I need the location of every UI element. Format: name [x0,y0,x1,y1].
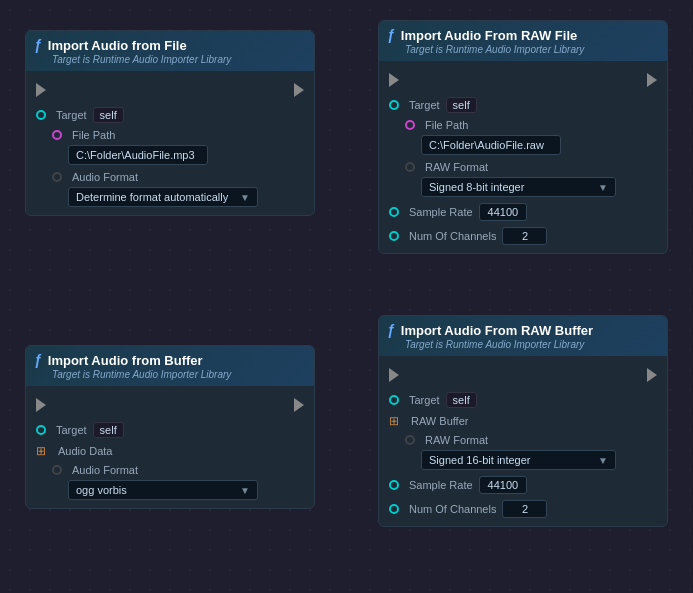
exec-row [389,364,657,386]
audio-format-select[interactable]: ogg vorbis ▼ [68,480,258,500]
target-connector[interactable] [389,395,399,405]
file-path-connector[interactable] [405,120,415,130]
target-label: Target [409,394,440,406]
sample-rate-value[interactable]: 44100 [479,203,528,221]
import-audio-buffer-node: ƒ Import Audio from Buffer Target is Run… [25,345,315,509]
function-icon: ƒ [34,352,42,368]
node-header: ƒ Import Audio From RAW Buffer Target is… [379,316,667,356]
target-connector[interactable] [36,425,46,435]
file-path-group: File Path C:\Folder\AudioFile.raw [405,119,657,155]
node-header: ƒ Import Audio from File Target is Runti… [26,31,314,71]
file-path-input[interactable]: C:\Folder\AudioFile.mp3 [68,145,208,165]
target-value: self [446,392,477,408]
target-row: Target self [389,392,657,408]
import-audio-file-node: ƒ Import Audio from File Target is Runti… [25,30,315,216]
target-label: Target [56,109,87,121]
file-path-connector[interactable] [52,130,62,140]
num-channels-connector[interactable] [389,231,399,241]
audio-format-label: Audio Format [72,171,138,183]
raw-format-select[interactable]: Signed 16-bit integer ▼ [421,450,616,470]
raw-buffer-row: ⊞ RAW Buffer [389,414,657,428]
node-header: ƒ Import Audio From RAW File Target is R… [379,21,667,61]
num-channels-value[interactable]: 2 [502,500,547,518]
audio-format-select[interactable]: Determine format automatically ▼ [68,187,258,207]
node-subtitle: Target is Runtime Audio Importer Library [34,369,304,380]
target-value: self [93,422,124,438]
target-row: Target self [389,97,657,113]
grid-icon: ⊞ [389,414,399,428]
chevron-down-icon: ▼ [598,182,608,193]
exec-input-connector[interactable] [36,83,46,97]
exec-row [389,69,657,91]
sample-rate-row: Sample Rate 44100 [389,476,657,494]
audio-format-group: Audio Format Determine format automatica… [52,171,304,207]
file-path-label: File Path [72,129,115,141]
sample-rate-label: Sample Rate [409,479,473,491]
exec-output-connector[interactable] [647,73,657,87]
node-title: ƒ Import Audio From RAW Buffer [387,322,657,338]
raw-buffer-label: RAW Buffer [411,415,468,427]
audio-format-label: Audio Format [72,464,138,476]
file-path-group: File Path C:\Folder\AudioFile.mp3 [52,129,304,165]
exec-output-connector[interactable] [647,368,657,382]
audio-data-row: ⊞ Audio Data [36,444,304,458]
sample-rate-label: Sample Rate [409,206,473,218]
num-channels-row: Num Of Channels 2 [389,500,657,518]
chevron-down-icon: ▼ [240,485,250,496]
function-icon: ƒ [387,27,395,43]
chevron-down-icon: ▼ [598,455,608,466]
raw-format-connector[interactable] [405,435,415,445]
target-value: self [93,107,124,123]
num-channels-label: Num Of Channels [409,230,496,242]
node-title: ƒ Import Audio from Buffer [34,352,304,368]
node-subtitle: Target is Runtime Audio Importer Library [387,339,657,350]
exec-output-connector[interactable] [294,398,304,412]
raw-format-connector[interactable] [405,162,415,172]
grid-icon: ⊞ [36,444,46,458]
target-connector[interactable] [36,110,46,120]
node-title: ƒ Import Audio From RAW File [387,27,657,43]
audio-format-group: Audio Format ogg vorbis ▼ [52,464,304,500]
raw-format-select[interactable]: Signed 8-bit integer ▼ [421,177,616,197]
exec-input-connector[interactable] [389,368,399,382]
sample-rate-row: Sample Rate 44100 [389,203,657,221]
exec-input-connector[interactable] [389,73,399,87]
file-path-input[interactable]: C:\Folder\AudioFile.raw [421,135,561,155]
target-label: Target [409,99,440,111]
function-icon: ƒ [387,322,395,338]
target-row: Target self [36,422,304,438]
num-channels-row: Num Of Channels 2 [389,227,657,245]
raw-format-group: RAW Format Signed 8-bit integer ▼ [405,161,657,197]
target-row: Target self [36,107,304,123]
target-label: Target [56,424,87,436]
sample-rate-value[interactable]: 44100 [479,476,528,494]
audio-format-connector[interactable] [52,465,62,475]
node-subtitle: Target is Runtime Audio Importer Library [34,54,304,65]
raw-format-group: RAW Format Signed 16-bit integer ▼ [405,434,657,470]
target-value: self [446,97,477,113]
node-subtitle: Target is Runtime Audio Importer Library [387,44,657,55]
num-channels-value[interactable]: 2 [502,227,547,245]
node-header: ƒ Import Audio from Buffer Target is Run… [26,346,314,386]
audio-format-connector[interactable] [52,172,62,182]
file-path-label: File Path [425,119,468,131]
sample-rate-connector[interactable] [389,480,399,490]
sample-rate-connector[interactable] [389,207,399,217]
exec-output-connector[interactable] [294,83,304,97]
raw-format-label: RAW Format [425,161,488,173]
num-channels-connector[interactable] [389,504,399,514]
import-raw-buffer-node: ƒ Import Audio From RAW Buffer Target is… [378,315,668,527]
exec-row [36,394,304,416]
chevron-down-icon: ▼ [240,192,250,203]
raw-format-label: RAW Format [425,434,488,446]
exec-input-connector[interactable] [36,398,46,412]
function-icon: ƒ [34,37,42,53]
node-title: ƒ Import Audio from File [34,37,304,53]
num-channels-label: Num Of Channels [409,503,496,515]
exec-row [36,79,304,101]
import-raw-file-node: ƒ Import Audio From RAW File Target is R… [378,20,668,254]
audio-data-label: Audio Data [58,445,112,457]
target-connector[interactable] [389,100,399,110]
